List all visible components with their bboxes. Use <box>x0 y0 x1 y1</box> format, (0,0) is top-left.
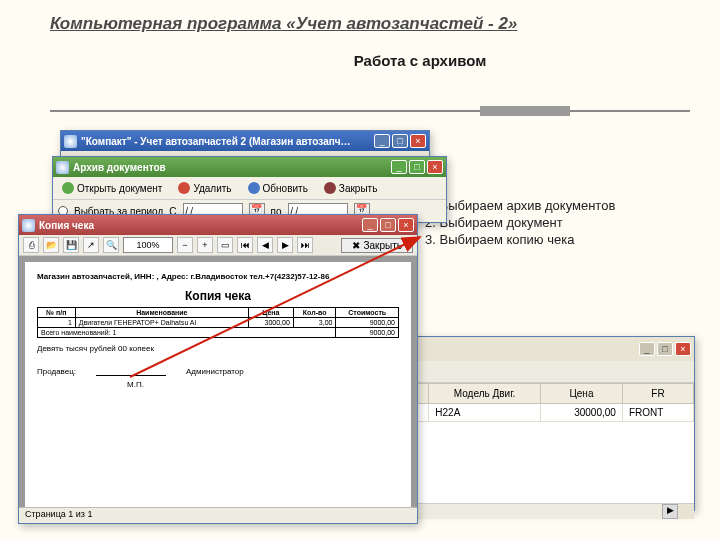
first-page-icon[interactable]: ⏮ <box>237 237 253 253</box>
close-button[interactable]: Закрыть <box>320 180 382 196</box>
stamp-label: М.П. <box>127 380 399 389</box>
divider <box>50 110 690 112</box>
col-qty: Кол-во <box>293 308 336 318</box>
window-title: Копия чека <box>39 220 362 231</box>
close-button[interactable]: × <box>427 160 443 174</box>
scroll-right-icon[interactable]: ▶ <box>662 504 678 519</box>
window-receipt: Копия чека _ □ × ⎙ 📂 💾 ↗ 🔍 100% − + ▭ ⏮ … <box>18 214 418 524</box>
receipt-table: № п/п Наименование Цена Кол-во Стоимость… <box>37 307 399 338</box>
total-sum: 9000,00 <box>336 328 399 338</box>
close-button[interactable]: × <box>398 218 414 232</box>
refresh-icon <box>248 182 260 194</box>
receipt-toolbar: ⎙ 📂 💾 ↗ 🔍 100% − + ▭ ⏮ ◀ ▶ ⏭ ✖ Закрыть <box>19 235 417 256</box>
button-label: Закрыть <box>363 240 402 251</box>
step-item: Выбираем документ <box>425 215 615 230</box>
amount-in-words: Девять тысяч рублей 00 копеек <box>37 344 399 353</box>
step-item: Выбираем архив документов <box>425 198 615 213</box>
receipt-page: Магазин автозапчастей, ИНН: , Адрес: г.В… <box>25 262 411 510</box>
last-page-icon[interactable]: ⏭ <box>297 237 313 253</box>
app-icon <box>56 161 69 174</box>
export-icon[interactable]: ↗ <box>83 237 99 253</box>
window-title: Архив документов <box>73 162 391 173</box>
next-page-icon[interactable]: ▶ <box>277 237 293 253</box>
maximize-button[interactable]: □ <box>380 218 396 232</box>
document-title: Копия чека <box>37 289 399 303</box>
col-num: № п/п <box>38 308 76 318</box>
slide-title: Компьютерная программа «Учет автозапчаст… <box>0 0 720 34</box>
total-label: Всего наименований: 1 <box>38 328 336 338</box>
button-label: Обновить <box>263 183 308 194</box>
open-icon <box>62 182 74 194</box>
col-header[interactable]: Цена <box>540 384 622 404</box>
minimize-button[interactable]: _ <box>639 342 655 356</box>
col-name: Наименование <box>75 308 248 318</box>
maximize-button[interactable]: □ <box>657 342 673 356</box>
close-icon <box>324 182 336 194</box>
open-document-button[interactable]: Открыть документ <box>58 180 166 196</box>
col-price: Цена <box>248 308 293 318</box>
col-sum: Стоимость <box>336 308 399 318</box>
zoom-out-icon[interactable]: − <box>177 237 193 253</box>
window-title: "Компакт" - Учет автозапчастей 2 (Магази… <box>81 136 374 147</box>
table-row: 1 Двигатели ГЕНЕРАТОР+ Daihatsu Al 3000,… <box>38 318 399 328</box>
titlebar[interactable]: Архив документов _ □ × <box>53 157 446 177</box>
store-header: Магазин автозапчастей, ИНН: , Адрес: г.В… <box>37 272 399 281</box>
print-icon[interactable]: ⎙ <box>23 237 39 253</box>
steps-list: Выбираем архив документов Выбираем докум… <box>425 198 615 249</box>
close-button[interactable]: × <box>675 342 691 356</box>
cell-name: Двигатели ГЕНЕРАТОР+ Daihatsu Al <box>75 318 248 328</box>
slide-subtitle: Работа с архивом <box>120 52 720 69</box>
cell-qty: 3,00 <box>293 318 336 328</box>
app-icon <box>22 219 35 232</box>
minimize-button[interactable]: _ <box>391 160 407 174</box>
find-icon[interactable]: 🔍 <box>103 237 119 253</box>
total-row: Всего наименований: 1 9000,00 <box>38 328 399 338</box>
zoom-input[interactable]: 100% <box>123 237 173 253</box>
titlebar[interactable]: Копия чека _ □ × <box>19 215 417 235</box>
delete-button[interactable]: Удалить <box>174 180 235 196</box>
cell-num: 1 <box>38 318 76 328</box>
col-header[interactable]: FR <box>622 384 693 404</box>
delete-icon <box>178 182 190 194</box>
toolbar: Открыть документ Удалить Обновить Закрыт… <box>53 177 446 200</box>
refresh-button[interactable]: Обновить <box>244 180 312 196</box>
zoom-in-icon[interactable]: + <box>197 237 213 253</box>
app-icon <box>64 135 77 148</box>
close-icon: ✖ <box>352 240 360 251</box>
button-label: Закрыть <box>339 183 378 194</box>
titlebar[interactable]: _ □ × <box>401 337 694 361</box>
open-icon[interactable]: 📂 <box>43 237 59 253</box>
titlebar[interactable]: "Компакт" - Учет автозапчастей 2 (Магази… <box>61 131 429 151</box>
cell-sum: 9000,00 <box>336 318 399 328</box>
scrollbar-corner <box>678 504 694 519</box>
table-row[interactable]: H22A 30000,00 FRONT <box>402 404 694 422</box>
receipt-viewport[interactable]: Магазин автозапчастей, ИНН: , Адрес: г.В… <box>19 256 417 516</box>
maximize-button[interactable]: □ <box>392 134 408 148</box>
cell-price: 3000,00 <box>248 318 293 328</box>
status-bar: Страница 1 из 1 <box>19 507 417 523</box>
window-archive: Архив документов _ □ × Открыть документ … <box>52 156 447 223</box>
step-item: Выбираем копию чека <box>425 232 615 247</box>
signature-line <box>96 367 166 376</box>
col-header[interactable]: Модель Двиг. <box>429 384 541 404</box>
fit-page-icon[interactable]: ▭ <box>217 237 233 253</box>
cell[interactable]: 30000,00 <box>540 404 622 422</box>
maximize-button[interactable]: □ <box>409 160 425 174</box>
minimize-button[interactable]: _ <box>362 218 378 232</box>
close-preview-button[interactable]: ✖ Закрыть <box>341 238 413 253</box>
button-label: Удалить <box>193 183 231 194</box>
cell[interactable]: H22A <box>429 404 541 422</box>
cell[interactable]: FRONT <box>622 404 693 422</box>
horizontal-scrollbar[interactable]: ◀ ▶ <box>401 503 694 519</box>
grid-body[interactable]: ь Модель Двиг. Цена FR H22A 30000,00 FRO… <box>401 383 694 503</box>
window-data-grid: _ □ × ь Модель Двиг. Цена FR H22A 30000,… <box>400 336 695 511</box>
grid-toolbar <box>401 361 694 383</box>
close-button[interactable]: × <box>410 134 426 148</box>
save-icon[interactable]: 💾 <box>63 237 79 253</box>
button-label: Открыть документ <box>77 183 162 194</box>
minimize-button[interactable]: _ <box>374 134 390 148</box>
admin-label: Администратор <box>186 367 244 376</box>
seller-label: Продавец: <box>37 367 76 376</box>
data-grid[interactable]: ь Модель Двиг. Цена FR H22A 30000,00 FRO… <box>401 383 694 422</box>
prev-page-icon[interactable]: ◀ <box>257 237 273 253</box>
